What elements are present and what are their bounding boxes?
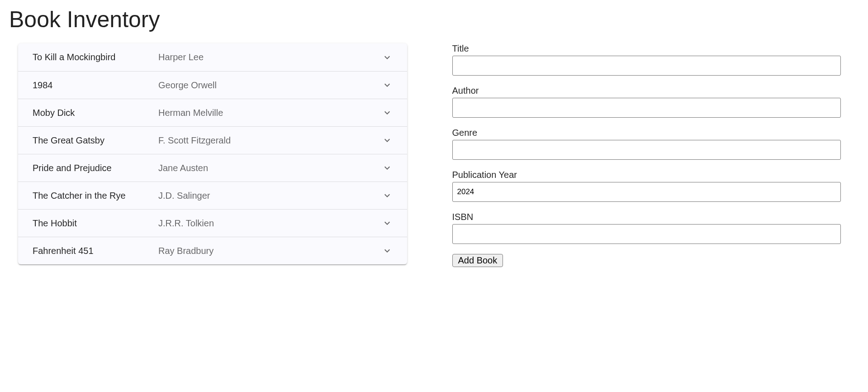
main-columns: To Kill a MockingbirdHarper Lee1984Georg… [0,43,868,267]
publication-year-input[interactable] [452,182,841,202]
title-label: Title [452,43,841,54]
book-row[interactable]: The Great GatsbyF. Scott Fitzgerald [18,126,407,154]
book-row[interactable]: The HobbitJ.R.R. Tolkien [18,209,407,237]
book-row[interactable]: The Catcher in the RyeJ.D. Salinger [18,182,407,209]
isbn-label: ISBN [452,212,841,222]
chevron-down-icon [382,80,393,91]
author-label: Author [452,86,841,96]
chevron-down-icon [382,135,393,146]
title-input[interactable] [452,56,841,76]
book-accordion: To Kill a MockingbirdHarper Lee1984Georg… [18,43,407,264]
book-row[interactable]: Fahrenheit 451Ray Bradbury [18,237,407,264]
author-field: Author [452,86,841,118]
genre-field: Genre [452,128,841,160]
book-row[interactable]: 1984George Orwell [18,71,407,99]
book-author: Harper Lee [158,52,382,62]
book-row[interactable]: Pride and PrejudiceJane Austen [18,154,407,182]
book-author: George Orwell [158,80,382,91]
page-title: Book Inventory [9,6,868,33]
isbn-field: ISBN [452,212,841,244]
book-list-column: To Kill a MockingbirdHarper Lee1984Georg… [9,43,425,267]
genre-label: Genre [452,128,841,138]
chevron-down-icon [382,107,393,118]
book-author: Ray Bradbury [158,246,382,256]
genre-input[interactable] [452,140,841,160]
book-author: F. Scott Fitzgerald [158,135,382,146]
book-author: Herman Melville [158,108,382,118]
add-book-button[interactable]: Add Book [452,254,503,267]
publication-year-label: Publication Year [452,170,841,180]
book-title: Moby Dick [33,108,158,118]
book-title: 1984 [33,80,158,91]
book-title: The Great Gatsby [33,135,158,146]
book-title: The Hobbit [33,218,158,229]
isbn-input[interactable] [452,224,841,244]
title-field: Title [452,43,841,76]
book-author: J.R.R. Tolkien [158,218,382,229]
book-author: Jane Austen [158,163,382,173]
chevron-down-icon [382,218,393,229]
add-book-form: Title Author Genre Publication Year ISBN… [452,43,859,267]
chevron-down-icon [382,52,393,63]
book-title: The Catcher in the Rye [33,191,158,201]
book-author: J.D. Salinger [158,191,382,201]
book-row[interactable]: Moby DickHerman Melville [18,99,407,126]
book-title: To Kill a Mockingbird [33,52,158,62]
publication-year-field: Publication Year [452,170,841,202]
book-title: Fahrenheit 451 [33,246,158,256]
book-row[interactable]: To Kill a MockingbirdHarper Lee [18,43,407,71]
chevron-down-icon [382,245,393,256]
book-title: Pride and Prejudice [33,163,158,173]
chevron-down-icon [382,190,393,201]
author-input[interactable] [452,98,841,118]
chevron-down-icon [382,163,393,173]
